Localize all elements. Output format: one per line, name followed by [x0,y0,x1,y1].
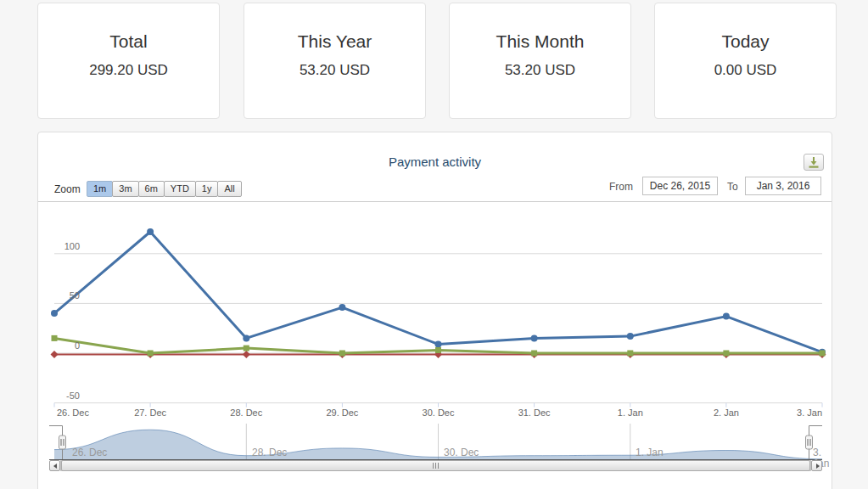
scrollbar-right-button[interactable] [811,460,822,471]
main-grid [54,254,822,408]
x-axis-label: 26. Dec [57,408,89,419]
card-value: 53.20 USD [450,62,630,79]
card-title: This Year [244,31,425,52]
stat-card-today: Today 0.00 USD [654,3,837,119]
to-date-input[interactable] [745,177,821,195]
x-axis-label: 27. Dec [116,408,184,419]
y-axis-label: 100 [38,241,80,252]
payments-dashboard: Total 299.20 USD This Year 53.20 USD Thi… [0,0,868,489]
zoom-button-3m[interactable]: 3m [112,181,138,197]
toolbar-separator [38,201,832,202]
scrollbar-left-button[interactable] [49,460,60,471]
x-axis-label: 29. Dec [308,408,376,419]
from-label: From [609,181,633,193]
nav-axis-label: 1. Jan [636,447,664,458]
card-title: Today [655,31,836,52]
download-icon [804,155,823,170]
zoom-button-1y[interactable]: 1y [195,181,219,197]
x-axis-label: 1. Jan [596,408,664,419]
navigator-scrollbar[interactable] [49,460,822,471]
blue-series [51,228,826,356]
card-value: 0.00 USD [655,62,836,79]
x-axis-label: 2. Jan [692,408,760,419]
chart-title: Payment activity [38,155,832,169]
card-value: 299.20 USD [38,62,219,79]
navigator-left-handle[interactable] [59,436,66,449]
y-axis-label: 0 [38,340,80,351]
card-title: This Month [450,31,630,52]
x-axis-label: 31. Dec [501,408,568,419]
stat-card-this-year: This Year 53.20 USD [244,3,426,119]
y-axis-label: -50 [38,391,80,402]
green-series [52,335,826,357]
nav-axis-label: 30. Dec [444,447,479,458]
card-value: 53.20 USD [244,62,425,79]
arrow-left-icon [53,464,57,469]
to-label: To [727,181,738,193]
zoom-button-all[interactable]: All [217,181,241,197]
zoom-button-6m[interactable]: 6m [138,181,165,197]
nav-axis-label: 28. Dec [252,447,287,458]
x-axis-label: 30. Dec [405,408,473,419]
zoom-label: Zoom [54,183,81,195]
from-date-input[interactable] [642,177,718,195]
nav-axis-label: 26. Dec [72,447,107,458]
zoom-button-group: 1m3m6mYTD1yAll [87,181,242,197]
navigator[interactable] [49,424,822,460]
stat-card-total: Total 299.20 USD [37,3,220,119]
grip-icon [433,463,434,469]
arrow-right-icon [816,464,820,469]
card-title: Total [38,31,219,52]
grip-icon [435,463,436,469]
export-button[interactable] [804,154,824,171]
x-axis-label: 28. Dec [212,408,280,419]
red-series [51,351,826,358]
payment-activity-panel: Payment activity Zoom 1m3m6mYTD1yAll Fro… [37,132,832,489]
grip-icon [438,463,439,469]
zoom-button-1m[interactable]: 1m [87,181,113,197]
x-axis-label: 3. Jan [771,408,822,419]
zoom-button-ytd[interactable]: YTD [164,181,196,197]
navigator-right-handle[interactable] [806,436,813,449]
stat-card-this-month: This Month 53.20 USD [449,3,631,119]
y-axis-label: 50 [38,290,80,301]
scrollbar-thumb[interactable] [61,460,810,471]
